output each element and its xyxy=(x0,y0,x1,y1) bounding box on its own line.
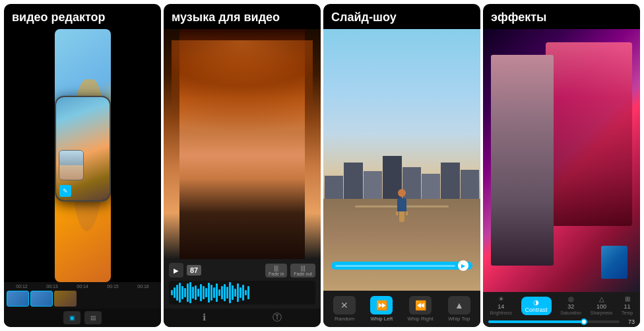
music-controls-area: ▶ 87 ||| Fade in ||| Fade out xyxy=(164,259,321,309)
temp-control[interactable]: ⊞ 11 Temp xyxy=(622,295,633,315)
play-button[interactable]: ▶ xyxy=(458,260,468,271)
slider-value: 73 xyxy=(623,318,635,325)
bpm-display: 87 xyxy=(187,265,201,276)
time-1: 00:12 xyxy=(16,284,28,289)
panel3-title: Слайд-шоу xyxy=(323,4,480,29)
contrast-control[interactable]: ◑ Contrast xyxy=(521,297,552,315)
toolbar-btn-1[interactable]: ▣ xyxy=(63,311,80,324)
thumb-2[interactable] xyxy=(30,291,53,307)
whip-right-btn[interactable]: ⏪ Whip Right xyxy=(408,296,434,322)
effect-slider-row: 73 xyxy=(486,318,637,325)
edit-icon[interactable]: ✎ xyxy=(59,185,71,197)
slideshow-image-area: ▶ xyxy=(323,29,480,291)
music-background xyxy=(164,29,321,259)
saturation-control[interactable]: ◎ 32 Saturation xyxy=(560,295,581,315)
panel-video-editor: видео редактор xyxy=(4,4,161,327)
app-container: видео редактор xyxy=(0,0,644,331)
fade-out-btn[interactable]: ||| Fade out xyxy=(290,264,315,277)
info-icon[interactable]: ℹ xyxy=(203,312,206,324)
random-btn[interactable]: ✕ Random xyxy=(333,296,356,322)
panel1-content: ✎ xyxy=(4,29,161,282)
brightness-control[interactable]: ☀ 14 Brightness xyxy=(490,295,512,315)
timeline-times: 00:12 00:13 00:14 00:15 00:16 xyxy=(4,282,161,309)
toolbar-btn-2[interactable]: ▤ xyxy=(84,311,102,324)
panel-music: музыка для видео ▶ 87 ||| Fade in ||| Fa… xyxy=(164,4,321,327)
time-5: 00:16 xyxy=(137,284,149,289)
info-text-icon[interactable]: Ⓣ xyxy=(273,312,282,324)
city-bg: ▶ xyxy=(323,29,480,291)
whip-left-btn[interactable]: ⏩ Whip Left xyxy=(370,296,393,322)
panel4-title: эффекты xyxy=(483,4,640,29)
panel1-title: видео редактор xyxy=(4,4,161,29)
effects-controls-area: ☀ 14 Brightness ◑ Contrast ◎ 32 Saturati… xyxy=(483,292,640,327)
waveform xyxy=(169,281,315,305)
effect-slider-track[interactable] xyxy=(488,320,620,323)
music-info-icons: ℹ Ⓣ xyxy=(164,309,321,327)
panel-effects: эффекты ☀ 14 Brightness ◑ Contrast xyxy=(483,4,640,327)
bottom-toolbar: ▣ ▤ xyxy=(4,309,161,327)
music-play-btn[interactable]: ▶ xyxy=(169,263,183,277)
progress-bar: ▶ xyxy=(331,262,472,270)
effects-background xyxy=(483,29,640,292)
fade-in-btn[interactable]: ||| Fade in xyxy=(265,264,287,277)
time-2: 00:13 xyxy=(46,284,58,289)
panel-slideshow: Слайд-шоу xyxy=(323,4,480,327)
thumb-1[interactable] xyxy=(7,291,29,307)
thumb-3[interactable] xyxy=(54,291,77,307)
effect-slider-fill xyxy=(488,320,584,323)
sharpness-control[interactable]: △ 100 Sharpness xyxy=(591,295,612,315)
time-3: 00:14 xyxy=(77,284,88,289)
whip-top-btn[interactable]: ▲ Whip Top xyxy=(448,296,470,322)
slideshow-controls: ✕ Random ⏩ Whip Left ⏪ Whip Right ▲ Whip… xyxy=(323,291,480,327)
time-4: 00:15 xyxy=(107,284,119,289)
slider-thumb[interactable] xyxy=(581,318,587,325)
panel2-title: музыка для видео xyxy=(164,4,321,29)
